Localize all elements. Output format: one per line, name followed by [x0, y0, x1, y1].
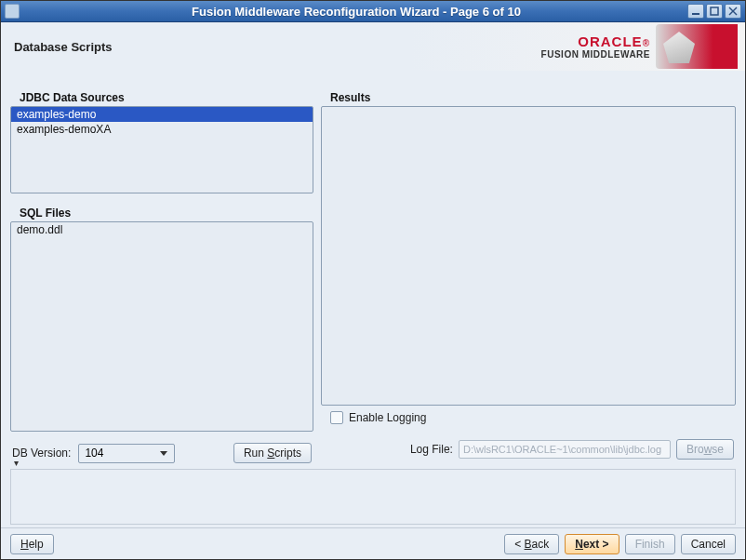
maximize-button[interactable] [706, 4, 723, 19]
run-scripts-button[interactable]: Run Scripts [233, 443, 312, 463]
close-button[interactable] [725, 4, 741, 19]
db-version-select[interactable]: 104 [78, 444, 175, 463]
db-version-label: DB Version: [12, 447, 71, 460]
minimize-button[interactable] [687, 4, 704, 19]
back-label: < Back [514, 538, 549, 551]
window-title: Fusion Middleware Reconfiguration Wizard… [25, 5, 687, 19]
next-label: Next > [575, 538, 608, 551]
expand-arrow-icon[interactable]: ▾ [14, 458, 19, 468]
cancel-button[interactable]: Cancel [681, 534, 736, 554]
browse-label: Browse [686, 443, 724, 456]
results-label: Results [321, 91, 736, 106]
sql-files-label: SQL Files [10, 207, 313, 221]
enable-logging-label: Enable Logging [349, 411, 426, 424]
jdbc-data-sources-label: JDBC Data Sources [10, 91, 313, 106]
enable-logging-checkbox[interactable] [330, 411, 343, 424]
brand-main-text: ORACLE® [541, 33, 650, 49]
page-title: Database Scripts [14, 40, 113, 54]
list-item[interactable]: examples-demoXA [11, 122, 313, 137]
window-controls [687, 4, 741, 19]
help-button[interactable]: Help [10, 534, 54, 554]
jdbc-data-sources-list[interactable]: examples-demoexamples-demoXA [10, 106, 313, 193]
finish-label: Finish [635, 538, 665, 551]
log-file-label: Log File: [410, 443, 453, 456]
chevron-down-icon [157, 447, 170, 460]
svg-rect-1 [711, 7, 718, 15]
message-area [10, 469, 736, 525]
list-item[interactable]: demo.ddl [11, 222, 313, 237]
app-icon [5, 4, 20, 19]
wizard-footer: Help < Back Next > Finish Cancel [1, 527, 745, 559]
log-file-input[interactable] [459, 440, 671, 459]
browse-button[interactable]: Browse [676, 439, 734, 460]
results-box [321, 106, 736, 406]
brand: ORACLE® FUSION MIDDLEWARE [541, 24, 738, 69]
finish-button: Finish [625, 534, 675, 554]
titlebar: Fusion Middleware Reconfiguration Wizard… [1, 1, 745, 22]
sql-files-list[interactable]: demo.ddl [10, 221, 313, 432]
run-scripts-label: Run Scripts [244, 447, 301, 460]
cancel-label: Cancel [691, 538, 726, 551]
next-button[interactable]: Next > [565, 534, 619, 554]
help-label: Help [20, 538, 44, 551]
svg-marker-4 [160, 451, 167, 456]
brand-sub-text: FUSION MIDDLEWARE [541, 49, 650, 60]
brand-logo-icon [656, 24, 738, 69]
wizard-header: Database Scripts ORACLE® FUSION MIDDLEWA… [1, 22, 745, 71]
back-button[interactable]: < Back [504, 534, 559, 554]
list-item[interactable]: examples-demo [11, 107, 313, 122]
db-version-value: 104 [85, 447, 103, 460]
